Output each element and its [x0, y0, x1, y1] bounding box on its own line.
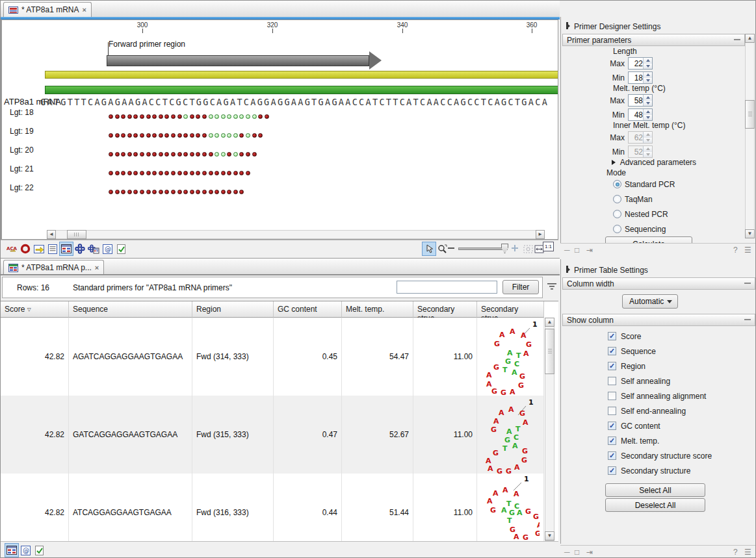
column-width-group-header[interactable]: Column width	[562, 277, 755, 290]
radio-nested-pcr[interactable]	[613, 210, 621, 218]
candidate-dot-red[interactable]	[146, 190, 151, 194]
candidate-dot-green[interactable]	[233, 152, 238, 157]
candidate-dot-green[interactable]	[209, 133, 213, 138]
candidate-dot-red[interactable]	[221, 190, 226, 194]
candidate-dot-red[interactable]	[202, 133, 207, 138]
candidate-dot-red[interactable]	[171, 133, 176, 138]
candidate-dot-red[interactable]	[190, 152, 194, 157]
candidate-dot-red[interactable]	[258, 133, 263, 138]
checkbox-self-annealing-alignment[interactable]	[608, 392, 616, 400]
graph-view-icon[interactable]	[73, 242, 87, 256]
sequence-track[interactable]: GATGTTTCAGAGAAGACCTCGCTGGCAGATCAGGAGGAAG…	[40, 96, 558, 107]
cursor-tool-icon[interactable]	[422, 242, 436, 256]
annotation-export-icon[interactable]	[32, 242, 46, 256]
spin-down-icon[interactable]	[644, 152, 652, 158]
circular-view-icon[interactable]	[18, 242, 33, 256]
candidate-dot-red[interactable]	[171, 114, 176, 119]
help-icon[interactable]: ?	[733, 246, 738, 255]
minimize-panel-icon[interactable]: ─	[564, 246, 570, 255]
candidate-dot-red[interactable]	[246, 171, 250, 175]
candidate-dot-red[interactable]	[190, 190, 194, 194]
candidate-dot-red[interactable]	[152, 171, 157, 175]
candidate-dot-red[interactable]	[140, 171, 144, 175]
candidate-dot-green[interactable]	[246, 114, 250, 119]
candidate-dot-red[interactable]	[177, 152, 182, 157]
candidate-dot-red[interactable]	[115, 171, 120, 175]
checkbox-score[interactable]: ✓	[608, 332, 616, 340]
table-view-icon[interactable]	[5, 543, 19, 557]
report-view-icon[interactable]	[32, 543, 46, 557]
primer-candidate-dots[interactable]	[109, 110, 270, 121]
candidate-dot-red[interactable]	[209, 190, 213, 194]
candidate-dot-red[interactable]	[159, 190, 163, 194]
graph-table-view-icon[interactable]	[86, 242, 101, 256]
zoom-100-icon[interactable]: 1:1	[543, 242, 554, 251]
candidate-dot-red[interactable]	[177, 114, 182, 119]
column-header-secondary-struc-[interactable]: Secondary struc...	[477, 301, 544, 318]
candidate-dot-red[interactable]	[133, 190, 138, 194]
collapse-icon[interactable]	[734, 39, 740, 40]
dock-panel-icon[interactable]: ⇥	[586, 548, 593, 557]
column-header-score[interactable]: Score ▿	[1, 301, 69, 318]
candidate-dot-red[interactable]	[183, 133, 188, 138]
candidate-dot-green[interactable]	[246, 133, 250, 138]
tab-close-icon[interactable]: ×	[82, 6, 86, 14]
text-view-icon[interactable]	[46, 242, 60, 256]
checkbox-secondary-structure[interactable]: ✓	[608, 466, 616, 475]
filter-button[interactable]: Filter	[502, 280, 539, 294]
float-panel-icon[interactable]: □	[575, 548, 579, 557]
collapse-icon[interactable]	[744, 283, 751, 284]
radio-taqman[interactable]	[613, 195, 621, 203]
checkbox-self-end-annealing[interactable]	[608, 407, 616, 415]
spin-down-icon[interactable]	[644, 115, 652, 121]
candidate-dot-red[interactable]	[177, 171, 182, 175]
help-icon[interactable]: ?	[733, 548, 738, 557]
spin-up-icon[interactable]	[644, 58, 652, 64]
select-all-button[interactable]: Select All	[605, 483, 705, 497]
candidate-dot-red[interactable]	[121, 133, 125, 138]
candidate-dot-red[interactable]	[127, 190, 132, 194]
candidate-dot-green[interactable]	[227, 133, 231, 138]
candidate-dot-red[interactable]	[121, 114, 125, 119]
spin-down-icon[interactable]	[644, 78, 652, 84]
candidate-dot-red[interactable]	[140, 133, 144, 138]
zoom-slider-thumb[interactable]	[501, 244, 508, 253]
radio-standard-pcr[interactable]	[613, 180, 621, 188]
candidate-dot-green[interactable]	[221, 152, 226, 157]
tab-atp8a1-mrna-primers[interactable]: * ATP8a1 mRNA p... ×	[3, 260, 104, 275]
spinner-buttons[interactable]	[643, 58, 652, 69]
candidate-dot-red[interactable]	[227, 190, 231, 194]
zoom-out-icon[interactable]	[448, 247, 454, 249]
table-row[interactable]: 42.82ATCAGGAGGAAGTGAGAAFwd (316, 333)0.4…	[1, 474, 544, 541]
candidate-dot-red[interactable]	[159, 152, 163, 157]
candidate-dot-red[interactable]	[265, 114, 269, 119]
candidate-dot-green[interactable]	[233, 133, 238, 138]
candidate-dot-green[interactable]	[209, 114, 213, 119]
candidate-dot-red[interactable]	[239, 133, 244, 138]
spin-down-icon[interactable]	[644, 64, 652, 70]
candidate-dot-red[interactable]	[209, 171, 213, 175]
candidate-dot-red[interactable]	[152, 152, 157, 157]
checkbox-gc-content[interactable]: ✓	[608, 422, 616, 430]
candidate-dot-red[interactable]	[152, 114, 157, 119]
candidate-dot-red[interactable]	[127, 152, 132, 157]
candidate-dot-red[interactable]	[171, 171, 176, 175]
candidate-dot-red[interactable]	[146, 133, 151, 138]
candidate-dot-red[interactable]	[252, 133, 257, 138]
candidate-dot-red[interactable]	[196, 171, 200, 175]
spinner-buttons[interactable]	[643, 146, 652, 157]
table-view-icon[interactable]	[59, 242, 73, 256]
spinner-buttons[interactable]	[643, 95, 652, 106]
candidate-dot-red[interactable]	[227, 171, 231, 175]
candidate-dot-red[interactable]	[190, 171, 194, 175]
candidate-dot-red[interactable]	[121, 190, 125, 194]
primer-parameters-group-header[interactable]: Primer parameters	[562, 34, 745, 46]
melt-temp-max-spinner[interactable]: 58	[628, 94, 653, 107]
candidate-dot-red[interactable]	[133, 171, 138, 175]
table-scroll-down-icon[interactable]: ▼	[545, 531, 554, 540]
table-row[interactable]: 42.82GATCAGGAGGAAGTGAGAAFwd (315, 333)0.…	[1, 396, 544, 474]
candidate-dot-green[interactable]	[221, 133, 226, 138]
candidate-dot-green[interactable]	[227, 114, 231, 119]
candidate-dot-red[interactable]	[146, 114, 151, 119]
candidate-dot-red[interactable]	[183, 171, 188, 175]
